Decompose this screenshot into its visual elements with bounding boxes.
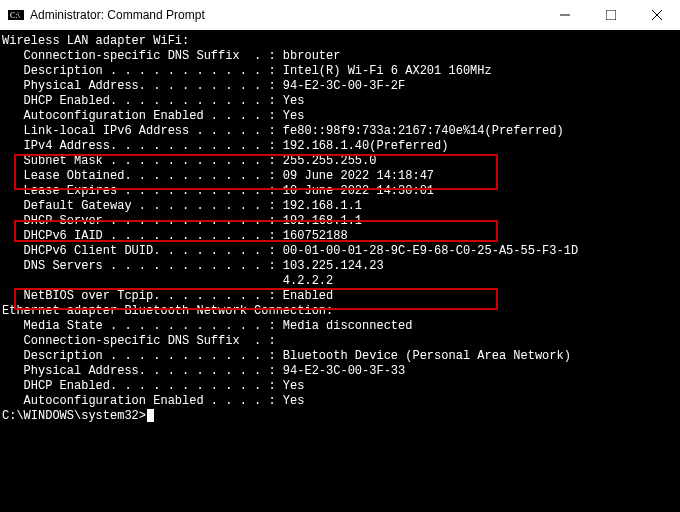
dhcp-enabled-line: DHCP Enabled. . . . . . . . . . . : Yes [0,94,680,109]
window-title: Administrator: Command Prompt [30,8,542,22]
ipv6-address-line: Link-local IPv6 Address . . . . . : fe80… [0,124,680,139]
dns-servers-line: DNS Servers . . . . . . . . . . . : 103.… [0,259,680,274]
close-button[interactable] [634,0,680,30]
dns-servers-line-2: 4.2.2.2 [0,274,680,289]
dhcp-enabled-line: DHCP Enabled. . . . . . . . . . . : Yes [0,379,680,394]
lease-obtained-line: Lease Obtained. . . . . . . . . . : 09 J… [0,169,680,184]
prompt-line[interactable]: C:\WINDOWS\system32> [0,409,680,424]
section-header: Wireless LAN adapter WiFi: [0,34,680,49]
ipv4-address-line: IPv4 Address. . . . . . . . . . . : 192.… [0,139,680,154]
autoconfig-line: Autoconfiguration Enabled . . . . : Yes [0,109,680,124]
subnet-mask-line: Subnet Mask . . . . . . . . . . . : 255.… [0,154,680,169]
dns-suffix-line: Connection-specific DNS Suffix . : bbrou… [0,49,680,64]
media-state-line: Media State . . . . . . . . . . . : Medi… [0,319,680,334]
section-header: Ethernet adapter Bluetooth Network Conne… [0,304,680,319]
dhcpv6-duid-line: DHCPv6 Client DUID. . . . . . . . : 00-0… [0,244,680,259]
dhcp-server-line: DHCP Server . . . . . . . . . . . : 192.… [0,214,680,229]
prompt-text: C:\WINDOWS\system32> [2,409,146,423]
netbios-line: NetBIOS over Tcpip. . . . . . . . : Enab… [0,289,680,304]
minimize-button[interactable] [542,0,588,30]
physical-address-line: Physical Address. . . . . . . . . : 94-E… [0,79,680,94]
maximize-button[interactable] [588,0,634,30]
cmd-icon: C:\ [8,7,24,23]
description-line: Description . . . . . . . . . . . : Inte… [0,64,680,79]
autoconfig-line: Autoconfiguration Enabled . . . . : Yes [0,394,680,409]
description-line: Description . . . . . . . . . . . : Blue… [0,349,680,364]
titlebar: C:\ Administrator: Command Prompt [0,0,680,31]
cursor [147,409,154,422]
svg-rect-3 [606,10,616,20]
lease-expires-line: Lease Expires . . . . . . . . . . : 10 J… [0,184,680,199]
terminal-output[interactable]: Wireless LAN adapter WiFi: Connection-sp… [0,30,680,512]
default-gateway-line: Default Gateway . . . . . . . . . : 192.… [0,199,680,214]
svg-text:C:\: C:\ [10,11,21,20]
dhcpv6-iaid-line: DHCPv6 IAID . . . . . . . . . . . : 1607… [0,229,680,244]
physical-address-line: Physical Address. . . . . . . . . : 94-E… [0,364,680,379]
dns-suffix-line: Connection-specific DNS Suffix . : [0,334,680,349]
